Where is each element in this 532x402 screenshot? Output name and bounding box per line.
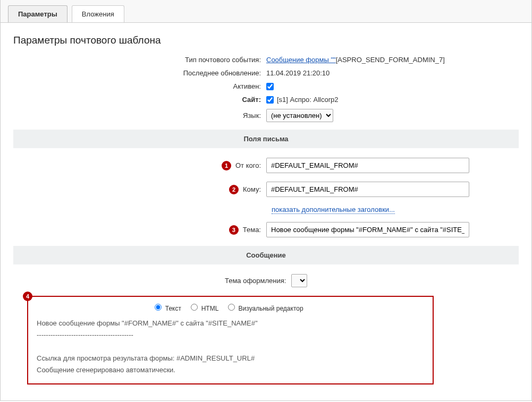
section-letter-fields: Поля письма — [13, 130, 519, 148]
row-site: Сайт: [s1] Аспро: Allcorp2 — [13, 96, 519, 104]
radio-visual-label[interactable]: Визуальный редактор — [225, 305, 303, 312]
label-active: Активен: — [13, 82, 266, 90]
label-last-update: Последнее обновление: — [13, 69, 266, 77]
badge-3: 3 — [229, 225, 239, 235]
link-more-headers[interactable]: показать дополнительные заголовки... — [272, 206, 395, 214]
label-event-type: Тип почтового события: — [13, 56, 266, 64]
row-active: Активен: — [13, 82, 519, 90]
text-event-code: [ASPRO_SEND_FORM_ADMIN_7] — [336, 56, 445, 64]
badge-1: 1 — [222, 161, 231, 170]
text-site: [s1] Аспро: Allcorp2 — [277, 96, 338, 104]
page-container: Параметры Вложения Параметры почтового ш… — [0, 0, 532, 401]
form-area: Тип почтового события: Сообщение формы "… — [1, 56, 531, 400]
section-message: Сообщение — [13, 246, 519, 264]
checkbox-active[interactable] — [266, 83, 274, 90]
label-to: Кому: — [243, 185, 261, 193]
row-to: 2 Кому: — [13, 182, 519, 197]
row-subject: 3 Тема: — [13, 222, 519, 237]
select-language[interactable]: (не установлен) — [266, 109, 333, 122]
tab-params[interactable]: Параметры — [8, 5, 67, 22]
format-radio-group: Текст HTML Визуальный редактор — [37, 302, 424, 312]
badge-4: 4 — [23, 292, 32, 301]
link-event-type[interactable]: Сообщение формы "" — [266, 56, 336, 64]
checkbox-site-s1[interactable] — [266, 96, 274, 104]
row-last-update: Последнее обновление: 11.04.2019 21:20:1… — [13, 69, 519, 77]
radio-text-label[interactable]: Текст — [152, 305, 183, 312]
row-theme: Тема оформления: — [13, 274, 519, 287]
radio-html-label[interactable]: HTML — [188, 305, 220, 312]
message-body[interactable]: Новое сообщение формы "#FORM_NAME#" с са… — [37, 318, 424, 376]
input-subject[interactable] — [266, 222, 469, 237]
message-body-box: 4 Текст HTML Визуальный редактор Новое с… — [27, 296, 434, 384]
row-from: 1 От кого: — [13, 158, 519, 173]
label-lang: Язык: — [13, 112, 266, 119]
radio-text[interactable] — [155, 304, 162, 311]
label-from: От кого: — [235, 161, 261, 169]
label-theme: Тема оформления: — [225, 277, 286, 285]
input-from[interactable] — [266, 158, 469, 173]
row-more-headers: показать дополнительные заголовки... — [13, 206, 519, 213]
value-last-update: 11.04.2019 21:20:10 — [266, 69, 519, 77]
badge-2: 2 — [229, 185, 239, 194]
tab-attachments[interactable]: Вложения — [72, 5, 124, 22]
row-lang: Язык: (не установлен) — [13, 109, 519, 122]
input-to[interactable] — [266, 182, 469, 197]
radio-html[interactable] — [191, 304, 198, 311]
select-theme[interactable] — [291, 274, 307, 287]
radio-visual[interactable] — [228, 304, 235, 311]
page-title: Параметры почтового шаблона — [1, 23, 531, 56]
row-event-type: Тип почтового события: Сообщение формы "… — [13, 56, 519, 64]
label-site: Сайт: — [13, 96, 266, 104]
tab-bar: Параметры Вложения — [1, 0, 531, 23]
label-subject: Тема: — [243, 226, 261, 234]
